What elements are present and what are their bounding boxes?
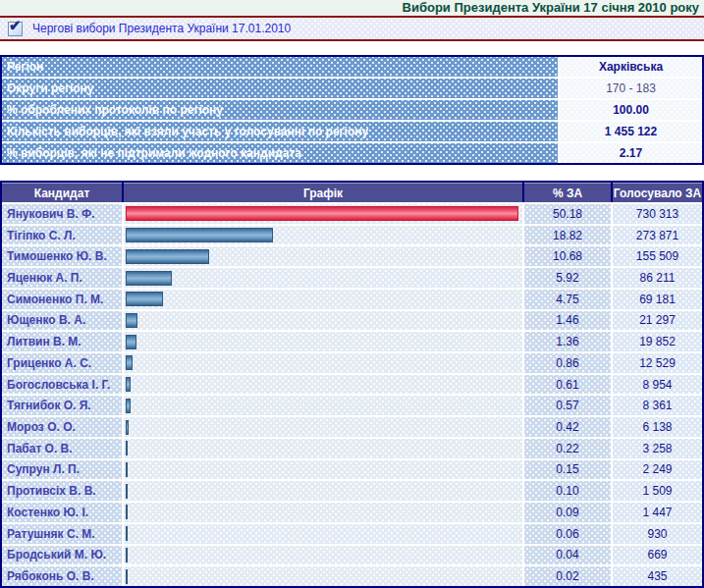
candidate-name: Тимошенко Ю. В. [2, 246, 122, 266]
candidate-name: Янукович В. Ф. [2, 204, 122, 224]
votes-value: 1 509 [613, 481, 702, 501]
vote-bar-cell [124, 481, 522, 501]
vote-bar [126, 271, 172, 286]
vote-bar-cell [124, 546, 522, 565]
percent-value: 0.09 [524, 503, 611, 522]
info-label: % виборців, які не підтримали жодного ка… [2, 143, 558, 163]
votes-value: 3 258 [613, 439, 702, 458]
table-row: Симоненко П. М. 4.75 69 181 [2, 290, 702, 309]
candidate-name: Гриценко А. С. [2, 353, 122, 373]
info-value: 2.17 [560, 143, 702, 163]
info-label: Округи регіону [2, 79, 558, 98]
votes-value: 86 211 [613, 268, 702, 288]
vote-bar-cell [124, 332, 522, 351]
votes-value: 12 529 [613, 353, 702, 373]
table-row: Рябоконь О. В. 0.02 435 [2, 566, 702, 586]
votes-value: 1 447 [613, 503, 702, 522]
table-row: Противсіх В. В. 0.10 1 509 [2, 481, 702, 501]
vote-bar [126, 462, 128, 477]
percent-value: 10.68 [524, 246, 611, 266]
vote-bar [126, 355, 133, 370]
table-row: Тимошенко Ю. В. 10.68 155 509 [2, 246, 702, 266]
vote-bar-cell [124, 417, 522, 437]
checkbox-checked-icon[interactable]: ✔ [8, 22, 23, 36]
vote-bar [126, 206, 518, 221]
percent-value: 0.06 [524, 524, 611, 544]
info-row: % виборців, які не підтримали жодного ка… [2, 143, 702, 163]
votes-value: 669 [613, 546, 702, 565]
vote-bar [126, 526, 128, 541]
votes-value: 435 [613, 566, 702, 586]
spacer [0, 165, 704, 181]
vote-bar-cell [124, 524, 522, 544]
percent-value: 4.75 [524, 290, 611, 309]
votes-value: 930 [613, 524, 702, 544]
candidate-name: Симоненко П. М. [2, 290, 122, 309]
candidate-name: Яценюк А. П. [2, 268, 122, 288]
vote-bar-cell [124, 439, 522, 458]
candidate-name: Рябоконь О. В. [2, 566, 122, 586]
election-selector-label[interactable]: Чергові вибори Президента України 17.01.… [32, 22, 291, 35]
votes-value: 69 181 [613, 290, 702, 309]
vote-bar-cell [124, 204, 522, 224]
vote-bar [126, 377, 131, 392]
percent-value: 18.82 [524, 226, 611, 245]
info-label: Регіон [2, 57, 558, 77]
vote-bar-cell [124, 268, 522, 288]
percent-value: 1.36 [524, 332, 611, 351]
info-label: Кількість виборців, які взяли участь у г… [2, 122, 558, 141]
percent-value: 1.46 [524, 311, 611, 331]
percent-value: 0.42 [524, 417, 611, 437]
votes-value: 21 297 [613, 311, 702, 331]
election-selector[interactable]: ✔ Чергові вибори Президента України 17.0… [0, 18, 704, 39]
percent-value: 0.10 [524, 481, 611, 501]
vote-bar [126, 335, 136, 349]
table-row: Костенко Ю. І. 0.09 1 447 [2, 503, 702, 522]
candidate-name: Противсіх В. В. [2, 481, 122, 501]
vote-bar-cell [124, 311, 522, 331]
votes-value: 730 313 [613, 204, 702, 224]
vote-bar-cell [124, 566, 522, 586]
percent-value: 0.02 [524, 566, 611, 586]
results-table: Кандидат Графік % ЗА Голосувало ЗА Януко… [0, 181, 704, 588]
table-row: Янукович В. Ф. 50.18 730 313 [2, 204, 702, 224]
vote-bar [126, 249, 209, 264]
vote-bar [126, 441, 128, 455]
vote-bar-cell [124, 503, 522, 522]
info-value: 170 - 183 [560, 79, 702, 98]
candidate-name: Мороз О. О. [2, 417, 122, 437]
percent-value: 0.57 [524, 396, 611, 415]
info-value: Харківська [560, 57, 702, 77]
info-row: % оброблених протоколів по регіону 100.0… [2, 100, 702, 120]
vote-bar [126, 505, 128, 519]
vote-bar [126, 484, 128, 499]
vote-bar [126, 313, 137, 328]
candidate-name: Супрун Л. П. [2, 460, 122, 480]
info-row: Кількість виборців, які взяли участь у г… [2, 122, 702, 141]
page-title: Вибори Президента України 17 січня 2010 … [0, 0, 704, 16]
percent-value: 5.92 [524, 268, 611, 288]
votes-value: 8 361 [613, 396, 702, 415]
vote-bar-cell [124, 375, 522, 395]
vote-bar-cell [124, 246, 522, 266]
table-row: Тягнибок О. Я. 0.57 8 361 [2, 396, 702, 415]
check-mark-icon: ✔ [9, 17, 22, 34]
percent-value: 0.15 [524, 460, 611, 480]
spacer [0, 41, 704, 55]
vote-bar [126, 292, 163, 306]
column-header-percent: % ЗА [524, 183, 611, 202]
table-row: Литвин В. М. 1.36 19 852 [2, 332, 702, 351]
info-row: Округи регіону 170 - 183 [2, 79, 702, 98]
votes-value: 273 871 [613, 226, 702, 245]
table-row: Тігіпко С. Л. 18.82 273 871 [2, 226, 702, 245]
candidate-name: Тігіпко С. Л. [2, 226, 122, 245]
percent-value: 0.04 [524, 546, 611, 565]
column-header-candidate: Кандидат [2, 183, 122, 202]
percent-value: 0.61 [524, 375, 611, 395]
candidate-name: Ратушняк С. М. [2, 524, 122, 544]
info-value: 1 455 122 [560, 122, 702, 141]
candidate-name: Литвин В. М. [2, 332, 122, 351]
table-row: Ющенко В. А. 1.46 21 297 [2, 311, 702, 331]
table-row: Пабат О. В. 0.22 3 258 [2, 439, 702, 458]
vote-bar-cell [124, 226, 522, 245]
